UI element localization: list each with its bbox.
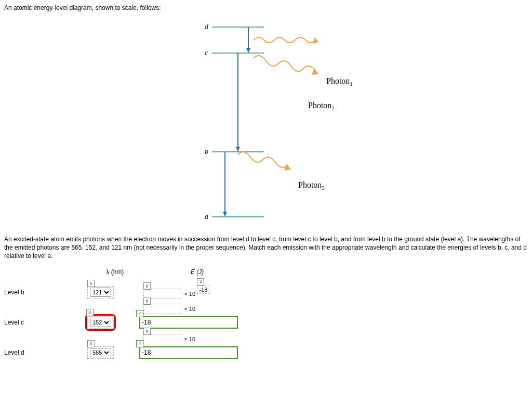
intro-text: An atomic energy-level diagram, shown to… <box>4 4 528 11</box>
row-level-d: Level d x 121152565 x × 10 ✓ <box>4 342 528 363</box>
energy-level-diagram: d c b a Photon1 Photon2 Photon3 <box>196 17 404 225</box>
level-a-label: a <box>205 213 208 221</box>
x-icon: x <box>87 280 95 287</box>
header-energy: E (J) <box>158 268 236 276</box>
row-level-c: Level c x 121152565 x × 10 ✓ <box>4 312 528 333</box>
row-c-label: Level c <box>4 319 87 326</box>
times-ten-text: × 10 <box>184 291 195 297</box>
x-icon: x <box>143 328 151 335</box>
row-d-label: Level d <box>4 349 87 356</box>
times-ten-text: × 10 <box>184 336 195 342</box>
level-c-label: c <box>205 49 208 57</box>
x-icon: x <box>86 309 94 316</box>
x-icon: x <box>143 282 151 290</box>
lambda-select-c[interactable]: 121152565 <box>90 318 111 327</box>
times-ten-text: × 10 <box>184 306 195 312</box>
svg-marker-7 <box>236 147 240 152</box>
x-icon: x <box>87 340 95 347</box>
lambda-select-d[interactable]: 121152565 <box>90 348 111 357</box>
row-level-b: Level b x 121152565 x × 10 x -18 <box>4 282 528 303</box>
svg-marker-5 <box>246 48 250 53</box>
exp-value-b: -18 <box>199 287 207 293</box>
photon3-label: Photon3 <box>298 180 325 191</box>
svg-marker-9 <box>223 212 227 217</box>
photon1-label: Photon1 <box>326 76 353 87</box>
lambda-select-b[interactable]: 121152565 <box>90 288 111 297</box>
energy-input-c[interactable] <box>139 316 238 329</box>
header-lambda: λ (nm) <box>89 268 141 276</box>
problem-description: An excited-state atom emits photons when… <box>4 235 528 261</box>
x-icon: x <box>143 297 151 305</box>
row-b-label: Level b <box>4 289 87 296</box>
photon2-label: Photon2 <box>308 101 335 111</box>
level-b-label: b <box>205 148 208 156</box>
svg-marker-10 <box>313 37 318 44</box>
check-icon: ✓ <box>136 340 143 347</box>
exp-box-d[interactable] <box>143 334 181 344</box>
check-icon: ✓ <box>136 310 143 317</box>
x-icon: x <box>197 278 204 286</box>
exp-box-c[interactable] <box>143 304 181 314</box>
level-d-label: d <box>205 23 208 31</box>
energy-input-d[interactable] <box>139 346 238 359</box>
